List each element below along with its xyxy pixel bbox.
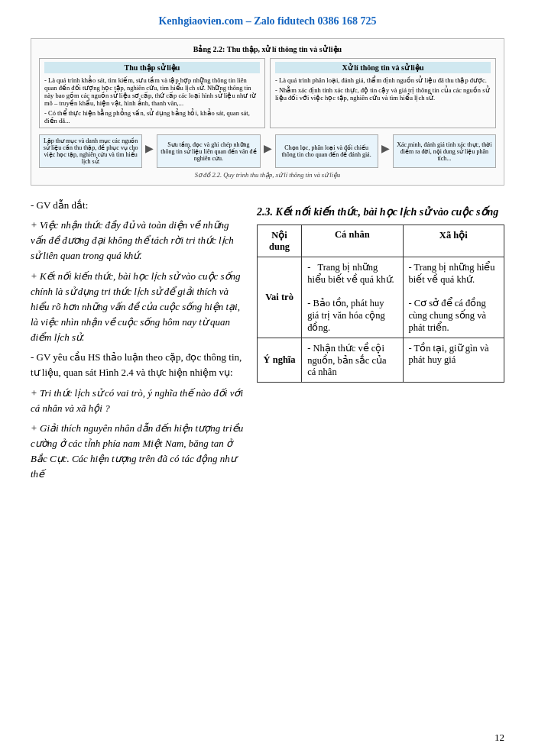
arrow-1: ▶ (145, 134, 154, 155)
flow-diagram: Lập thư mục và danh mục các nguồn sử liệ… (39, 134, 496, 168)
flow-box-2: Sưu tầm, đọc và ghi chép những thông tin… (157, 134, 260, 168)
vaitro-canhan-text: - Trang bị những hiểu biết về quá khứ.- … (307, 262, 394, 333)
table-row-ynghia: Ý nghĩa - Nhận thức về cội nguồn, bản sắ… (258, 338, 504, 383)
row-header-ynghia: Ý nghĩa (258, 338, 302, 383)
separator: – (243, 15, 254, 27)
para4: + Tri thức lịch sử có vai trò, ý nghĩa t… (31, 386, 245, 416)
header: Kenhgiaovien.com – Zalo fidutech 0386 16… (31, 15, 504, 27)
cell-ynghia-canhan: - Nhận thức về cội nguồn, bản sắc của cá… (302, 338, 403, 383)
right-content: 2.3. Kết nối kiến thức, bài học lịch sử … (257, 198, 504, 383)
th-xahoi: Xã hội (403, 225, 504, 257)
section-heading: 2.3. Kết nối kiến thức, bài học lịch sử … (257, 205, 504, 218)
diagram-caption: Sơ đồ 2.2. Quy trình thu thập, xử lí thô… (39, 171, 496, 179)
arrow-3: ▶ (381, 134, 390, 155)
content-area: - GV dẫn dắt: + Việc nhận thức đầy đủ và… (31, 198, 245, 482)
site-name: Kenhgiaovien.com (158, 15, 243, 27)
table-row-vaitro: Vai trò - Trang bị những hiểu biết về qu… (258, 257, 504, 338)
col-xu-li: Xử lí thông tin và sử liệu - Là quá trìn… (270, 58, 496, 128)
page-number: 12 (494, 732, 504, 744)
row-header-vaitro: Vai trò (258, 257, 302, 338)
page: Kenhgiaovien.com – Zalo fidutech 0386 16… (0, 0, 535, 756)
th-noidung: Nộidung (258, 225, 302, 257)
ynghia-canhan-text: - Nhận thức về cội nguồn, bản sắc của cá… (307, 343, 387, 377)
table-image-title: Bảng 2.2: Thu thập, xử lí thông tin và s… (39, 45, 496, 53)
vaitro-xahoi-text: - Trang bị những hiểu biết về quá khứ.- … (409, 262, 495, 333)
cell-vaitro-xahoi: - Trang bị những hiểu biết về quá khứ.- … (403, 257, 504, 338)
left-content: - GV dẫn dắt: + Việc nhận thức đầy đủ và… (31, 198, 245, 486)
col-thu-thap: Thu thập sử liệu - Là quá trình khảo sát… (39, 58, 265, 128)
two-col-table: Thu thập sử liệu - Là quá trình khảo sát… (39, 58, 496, 128)
table-image-box: Bảng 2.2: Thu thập, xử lí thông tin và s… (31, 38, 504, 186)
cell-vaitro-canhan: - Trang bị những hiểu biết về quá khứ.- … (302, 257, 403, 338)
para1: + Việc nhận thức đầy đủ và toàn diện về … (31, 218, 245, 263)
para5: + Giải thích nguyên nhân dẫn đến hiện tư… (31, 421, 245, 483)
data-table: Nộidung Cá nhân Xã hội Vai trò - Trang b… (257, 225, 504, 383)
zalo-info: Zalo fidutech 0386 168 725 (254, 15, 376, 27)
cell-ynghia-xahoi: - Tồn tại, giữ gìn và phát huy giá (403, 338, 504, 383)
col2-item2: - Nhằm xác định tính xác thực, độ tin cậ… (275, 86, 491, 102)
gv-dandan: - GV dẫn dắt: (31, 198, 245, 213)
flow-box-1: Lập thư mục và danh mục các nguồn sử liệ… (39, 134, 142, 168)
flow-box-3: Chọn lọc, phân loại và đối chiếu thông t… (275, 134, 378, 168)
flow-box-4: Xác minh, đánh giá tính xác thực, thời đ… (393, 134, 496, 168)
para3: - GV yêu cầu HS thảo luận theo cặp, đọc … (31, 350, 245, 380)
th-canhan: Cá nhân (302, 225, 403, 257)
table-header-row: Nộidung Cá nhân Xã hội (258, 225, 504, 257)
col1-item2: - Có thể thực hiện bằng phỏng vấn, sử dụ… (44, 109, 260, 124)
ynghia-xahoi-text: - Tồn tại, giữ gìn và phát huy giá (409, 343, 489, 365)
arrow-2: ▶ (264, 134, 272, 155)
col1-item1: - Là quá trình khảo sát, tìm kiếm, sưu t… (44, 76, 260, 107)
col1-title: Thu thập sử liệu (44, 62, 260, 73)
col2-title: Xử lí thông tin và sử liệu (275, 62, 491, 73)
col2-item1: - Là quá trình phân loại, đánh giá, thẩm… (275, 76, 491, 84)
para2: + Kết nối kiến thức, bài học lịch sử vào… (31, 269, 245, 346)
